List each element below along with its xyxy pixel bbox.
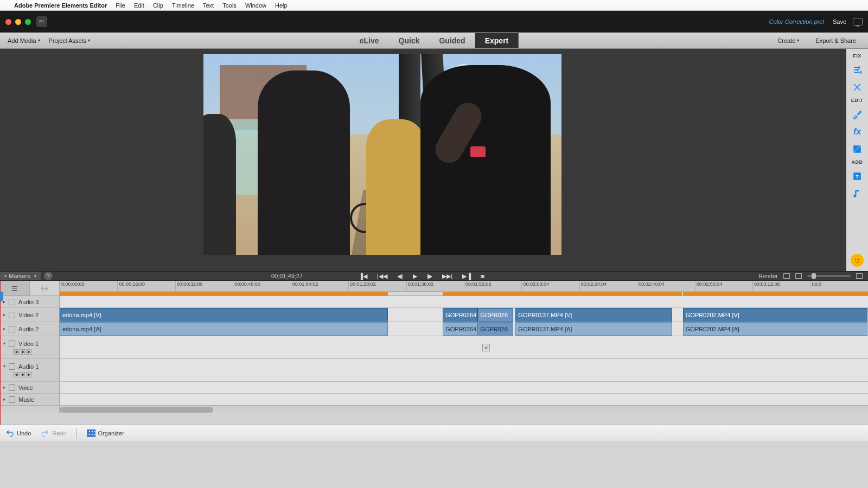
fx-icon[interactable]: fx <box>850 125 864 139</box>
clip-edona-a[interactable]: edona.mp4 [A] <box>60 322 388 336</box>
menu-tools[interactable]: Tools <box>222 2 237 9</box>
playhead[interactable] <box>0 281 1 425</box>
goto-end-icon[interactable]: ▶▐ <box>462 273 471 280</box>
play-icon[interactable]: ▶ <box>413 273 417 280</box>
clip-gopr0264-a[interactable]: GOPR0264. <box>443 322 477 336</box>
safe-margins-icon[interactable] <box>783 273 790 279</box>
goto-start-icon[interactable]: ▐◀ <box>359 273 367 280</box>
selection-tool-icon[interactable] <box>0 281 30 296</box>
track-header-video2[interactable]: ▸Video 2 <box>0 308 60 322</box>
eye-icon[interactable] <box>9 312 15 318</box>
time-ruler[interactable]: 0;00;00;0000;00;16;0000;00;32;0000;00;48… <box>60 281 868 296</box>
svg-point-8 <box>858 259 859 260</box>
tab-quick[interactable]: Quick <box>389 33 430 48</box>
organizer-button[interactable]: Organizer <box>87 429 124 437</box>
fullscreen-icon[interactable] <box>853 18 863 25</box>
time-stretch-tool-icon[interactable] <box>30 281 60 296</box>
mic-icon[interactable] <box>9 384 15 391</box>
menu-help[interactable]: Help <box>275 2 288 9</box>
clip-gopr0202-a[interactable]: GOPR0202.MP4 [A] <box>683 322 867 336</box>
timeline-scrollbar[interactable] <box>0 406 868 413</box>
prev-edit-icon[interactable]: |◀◀ <box>377 273 387 280</box>
clip-gopr0137-v[interactable]: GOPR0137.MP4 [V] <box>515 308 672 322</box>
tab-guided[interactable]: Guided <box>429 33 475 48</box>
snapshot-icon[interactable]: ◙ <box>481 273 484 280</box>
track-voice[interactable] <box>60 382 868 393</box>
track-music[interactable] <box>60 394 868 405</box>
keyframe-next-icon[interactable]: ▶ <box>26 372 31 377</box>
clip-gopr0137-a[interactable]: GOPR0137.MP4 [A] <box>515 322 672 336</box>
markers-dropdown[interactable]: Markers▾ <box>0 272 41 280</box>
minimize-window-icon[interactable] <box>15 19 21 25</box>
clip-gopr026-v[interactable]: GOPR026 <box>477 308 513 322</box>
redo-button[interactable]: Redo <box>41 429 66 438</box>
track-header-voice[interactable]: ▸Voice <box>0 382 60 393</box>
adjust-sliders-icon[interactable] <box>850 63 864 77</box>
track-audio1[interactable] <box>60 359 868 381</box>
music-icon[interactable] <box>9 396 15 403</box>
track-video2[interactable]: edona.mp4 [V] GOPR0264. GOPR026 GOPR0137… <box>60 308 868 322</box>
track-audio2[interactable]: edona.mp4 [A] GOPR0264. GOPR026 GOPR0137… <box>60 322 868 336</box>
clip-edona-v[interactable]: edona.mp4 [V] <box>60 308 388 322</box>
menu-file[interactable]: File <box>116 2 125 9</box>
effects-brush-icon[interactable] <box>850 107 864 121</box>
app-name[interactable]: Adobe Premiere Elements Editor <box>14 2 107 9</box>
track-header-audio2[interactable]: ▸Audio 2 <box>0 322 60 336</box>
clip-gopr0264-v[interactable]: GOPR0264. <box>443 308 477 322</box>
timeline-panel: 0;00;00;0000;00;16;0000;00;32;0000;00;48… <box>0 281 868 425</box>
keyframe-prev-icon[interactable]: ◀ <box>13 349 18 355</box>
video-preview[interactable] <box>203 54 561 255</box>
transitions-icon[interactable] <box>850 142 864 156</box>
track-header-video1[interactable]: ▾Video 1 ◀ ◆ ▶ <box>0 336 60 358</box>
help-icon[interactable]: ? <box>44 272 53 280</box>
clip-gopr0202-v[interactable]: GOPR0202.MP4 [V] <box>683 308 867 322</box>
eye-icon[interactable] <box>9 341 15 347</box>
create-button[interactable]: Create <box>773 37 803 44</box>
display-mode-icon[interactable] <box>795 273 802 279</box>
close-window-icon[interactable] <box>5 19 11 25</box>
track-header-audio1[interactable]: ▾Audio 1 ◀ ◆ ▶ <box>0 359 60 381</box>
playhead-grip-icon[interactable] <box>0 292 3 299</box>
speaker-icon[interactable] <box>9 326 15 332</box>
step-forward-icon[interactable]: |▶ <box>427 273 433 280</box>
track-video1[interactable]: ✕ <box>60 336 868 358</box>
save-button[interactable]: Save <box>833 18 846 25</box>
menu-clip[interactable]: Clip <box>153 2 163 9</box>
titles-icon[interactable]: T <box>850 169 864 183</box>
track-header-audio3[interactable]: ▸Audio 3 <box>0 296 60 307</box>
add-media-button[interactable]: Add Media <box>3 37 44 44</box>
window-titlebar: Color Correction.prel Save <box>0 11 868 33</box>
menu-timeline[interactable]: Timeline <box>172 2 194 9</box>
zoom-window-icon[interactable] <box>25 19 31 25</box>
keyframe-add-icon[interactable]: ◆ <box>20 372 25 377</box>
menu-text[interactable]: Text <box>203 2 214 9</box>
svg-point-0 <box>858 67 860 68</box>
timeline-zoom-slider[interactable] <box>807 275 851 277</box>
project-assets-button[interactable]: Project Assets <box>44 37 95 44</box>
timeline-tool-buttons <box>0 281 60 296</box>
delete-marker-icon[interactable]: ✕ <box>482 344 490 351</box>
keyframe-prev-icon[interactable]: ◀ <box>13 372 18 377</box>
export-share-button[interactable]: Export & Share <box>811 37 860 44</box>
music-note-icon[interactable] <box>850 187 864 201</box>
menu-edit[interactable]: Edit <box>134 2 144 9</box>
menu-window[interactable]: Window <box>245 2 266 9</box>
speaker-icon[interactable] <box>9 299 15 305</box>
next-edit-icon[interactable]: ▶▶| <box>442 273 452 280</box>
keyframe-add-icon[interactable]: ◆ <box>20 349 25 355</box>
current-timecode[interactable]: 00;01;49;27 <box>271 273 303 279</box>
keyframe-next-icon[interactable]: ▶ <box>26 349 31 355</box>
tools-crossed-icon[interactable] <box>850 80 864 94</box>
svg-point-7 <box>855 259 856 260</box>
fit-timeline-icon[interactable] <box>856 273 863 279</box>
undo-button[interactable]: Undo <box>5 429 31 438</box>
tab-expert[interactable]: Expert <box>475 33 519 48</box>
track-header-music[interactable]: ▸Music <box>0 394 60 405</box>
render-button[interactable]: Render <box>758 273 778 279</box>
track-audio3[interactable] <box>60 296 868 307</box>
tab-elive[interactable]: eLive <box>350 33 389 48</box>
speaker-icon[interactable] <box>9 363 15 370</box>
clip-gopr026-a[interactable]: GOPR026 <box>477 322 513 336</box>
feedback-smiley-icon[interactable] <box>851 254 864 267</box>
step-back-icon[interactable]: ◀| <box>397 273 403 280</box>
